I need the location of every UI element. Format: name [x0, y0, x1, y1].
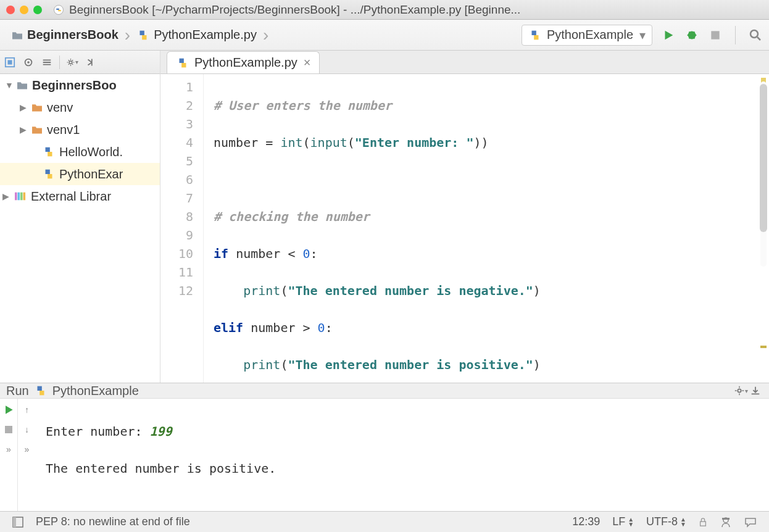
svg-rect-2 — [711, 31, 719, 39]
chevron-down-icon: ▼ — [5, 80, 14, 90]
collapse-icon[interactable] — [41, 56, 53, 69]
hector-icon[interactable] — [720, 516, 732, 528]
code-content[interactable]: # User enters the number number = int(in… — [204, 74, 769, 383]
status-message: PEP 8: no newline at end of file — [36, 515, 190, 528]
svg-rect-16 — [700, 522, 706, 526]
rerun-button[interactable] — [1, 402, 16, 417]
breadcrumb-file[interactable]: PythonExample.py — [131, 25, 262, 44]
stop-button[interactable] — [708, 28, 723, 43]
run-header-prefix: Run — [6, 384, 29, 398]
down-button[interactable]: ↓ — [20, 422, 35, 437]
toolbar-divider — [735, 26, 736, 44]
file-encoding[interactable]: UTF-8▲▼ — [646, 515, 686, 528]
run-config-selector[interactable]: PythonExample ▾ — [522, 25, 652, 46]
chevron-right-icon: › — [263, 25, 268, 45]
python-icon — [34, 384, 48, 397]
run-button[interactable] — [661, 28, 676, 43]
tree-label: venv1 — [47, 123, 80, 137]
tree-project-root[interactable]: ▼ BeginnersBoo — [0, 74, 160, 96]
folder-icon — [31, 125, 43, 135]
svg-rect-10 — [20, 193, 23, 201]
editor-area: PythonExample.py × 1 2 3 4 5 6 7 8 9 10 … — [160, 51, 769, 383]
locate-icon[interactable] — [22, 56, 35, 69]
search-button[interactable] — [748, 28, 763, 43]
tree-label: HelloWorld. — [59, 145, 123, 159]
window-maximize-button[interactable] — [33, 6, 42, 14]
tree-label: venv — [47, 101, 73, 115]
gear-icon[interactable]: ▾ — [733, 383, 748, 398]
breadcrumb-file-label: PythonExample.py — [154, 28, 257, 42]
sidebar-tools: ▾ — [0, 51, 160, 74]
scrollbar-thumb[interactable] — [760, 84, 767, 232]
app-icon — [53, 4, 64, 15]
export-icon[interactable] — [748, 383, 763, 398]
chevron-right-icon: ▶ — [20, 102, 28, 112]
svg-rect-18 — [722, 518, 730, 520]
status-bar: PEP 8: no newline at end of file 12:39 L… — [0, 511, 769, 532]
navigation-toolbar: BeginnersBook › PythonExample.py › Pytho… — [0, 20, 769, 51]
breadcrumb: BeginnersBook › PythonExample.py › — [6, 25, 522, 45]
svg-rect-11 — [23, 193, 26, 201]
window-titlebar: BeginnersBook [~/PycharmProjects/Beginne… — [0, 0, 769, 20]
chevron-down-icon: ▾ — [639, 28, 646, 43]
svg-point-3 — [750, 30, 758, 38]
editor-tabbar: PythonExample.py × — [160, 51, 769, 74]
run-config-label: PythonExample — [547, 28, 633, 42]
hide-icon[interactable] — [85, 56, 97, 69]
tab-label: PythonExample.py — [194, 56, 297, 70]
toolbar-actions — [661, 26, 763, 44]
chevron-right-icon: ▶ — [20, 125, 28, 135]
window-close-button[interactable] — [6, 6, 15, 14]
libraries-icon — [14, 191, 27, 202]
tree-label: PythonExar — [59, 167, 123, 181]
chevron-right-icon: › — [125, 25, 130, 45]
stop-button[interactable] — [1, 422, 16, 437]
tree-dir-venv[interactable]: ▶ venv — [0, 96, 160, 118]
svg-rect-8 — [15, 193, 17, 201]
tool-windows-icon[interactable] — [12, 517, 23, 528]
breadcrumb-project[interactable]: BeginnersBook — [6, 25, 123, 44]
python-file-icon — [136, 28, 150, 42]
debug-button[interactable] — [684, 28, 699, 43]
more-button[interactable]: » — [1, 442, 16, 457]
tree-label: External Librar — [31, 189, 111, 204]
run-header-title: PythonExample — [52, 384, 139, 398]
python-file-icon — [42, 167, 56, 181]
up-button[interactable]: ↑ — [20, 402, 35, 417]
svg-rect-9 — [18, 193, 20, 201]
svg-rect-13 — [5, 426, 12, 433]
tree-file-helloworld[interactable]: HelloWorld. — [0, 141, 160, 163]
code-editor[interactable]: 1 2 3 4 5 6 7 8 9 10 11 12 # User enters… — [160, 74, 769, 383]
cursor-position[interactable]: 12:39 — [572, 515, 600, 528]
python-file-icon — [42, 145, 56, 159]
more-button[interactable]: » — [20, 442, 35, 457]
gear-icon[interactable]: ▾ — [66, 56, 78, 69]
close-icon[interactable]: × — [304, 56, 311, 70]
folder-icon — [31, 102, 43, 112]
tree-dir-venv1[interactable]: ▶ venv1 — [0, 118, 160, 141]
tool-icon[interactable] — [4, 56, 16, 69]
svg-rect-15 — [13, 517, 16, 527]
lock-icon[interactable] — [699, 517, 707, 527]
tree-external-libraries[interactable]: ▶ External Librar — [0, 185, 160, 207]
python-icon — [528, 28, 542, 42]
folder-icon — [16, 80, 28, 90]
project-tree: ▼ BeginnersBoo ▶ venv ▶ venv1 HelloWorld… — [0, 74, 160, 383]
chevron-right-icon: ▶ — [2, 191, 11, 201]
window-minimize-button[interactable] — [20, 6, 28, 14]
run-tool-window: Run PythonExample ▾ » ↑ ↓ » Enter number… — [0, 383, 769, 511]
main-area: ▾ ▼ BeginnersBoo ▶ venv ▶ venv1 HelloWor… — [0, 51, 769, 383]
tree-file-pythonexample[interactable]: PythonExar — [0, 163, 160, 185]
line-separator[interactable]: LF▲▼ — [612, 515, 634, 528]
svg-point-6 — [27, 61, 30, 64]
breadcrumb-project-label: BeginnersBook — [27, 28, 118, 42]
warning-stripe[interactable] — [760, 346, 767, 348]
feedback-icon[interactable] — [744, 516, 757, 528]
editor-tab[interactable]: PythonExample.py × — [167, 51, 320, 73]
svg-point-12 — [738, 389, 741, 392]
folder-icon — [11, 30, 23, 40]
project-sidebar: ▾ ▼ BeginnersBoo ▶ venv ▶ venv1 HelloWor… — [0, 51, 160, 383]
run-header: Run PythonExample ▾ — [0, 383, 769, 399]
python-file-icon — [176, 56, 189, 70]
svg-point-7 — [69, 60, 72, 64]
